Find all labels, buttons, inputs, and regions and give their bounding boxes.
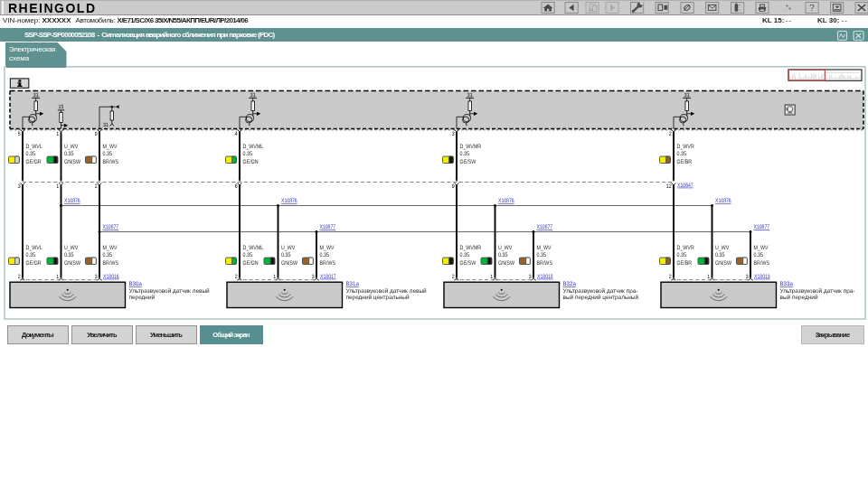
svg-text:0.35: 0.35 xyxy=(242,252,252,258)
svg-text:2: 2 xyxy=(669,274,672,280)
svg-text:0.35: 0.35 xyxy=(677,151,687,157)
svg-text:вый передний: вый передний xyxy=(779,295,817,301)
svg-text:0.35: 0.35 xyxy=(26,151,36,157)
svg-text:GE/GN: GE/GN xyxy=(242,260,258,267)
svg-text:0.35: 0.35 xyxy=(753,252,763,258)
svg-text:15: 15 xyxy=(59,104,64,110)
svg-text:X18016: X18016 xyxy=(103,274,119,280)
svg-text:0.35: 0.35 xyxy=(536,252,546,258)
svg-text:4: 4 xyxy=(235,131,238,137)
svg-text:1: 1 xyxy=(273,274,276,280)
svg-text:U_WV: U_WV xyxy=(64,245,79,251)
svg-text:1: 1 xyxy=(490,274,493,280)
svg-text:1: 1 xyxy=(56,274,59,280)
svg-text:3: 3 xyxy=(312,274,315,280)
svg-text:0.35: 0.35 xyxy=(103,151,113,157)
svg-text:0.35: 0.35 xyxy=(460,252,470,258)
svg-text:GE/GR: GE/GR xyxy=(26,260,42,267)
svg-text:1: 1 xyxy=(56,183,59,190)
svg-text:D_WVMR: D_WVMR xyxy=(460,144,482,150)
svg-text:GN/SW: GN/SW xyxy=(64,260,81,267)
svg-text:M_WV: M_WV xyxy=(103,144,118,150)
svg-text:0.35: 0.35 xyxy=(64,151,74,157)
svg-text:вый передний центральный: вый передний центральный xyxy=(563,295,639,301)
svg-text:GE/SW: GE/SW xyxy=(460,159,476,165)
svg-text:0.35: 0.35 xyxy=(677,252,687,258)
svg-text:X10877: X10877 xyxy=(319,224,335,230)
svg-text:D_WVR: D_WVR xyxy=(677,144,694,150)
svg-text:BR/WS: BR/WS xyxy=(320,260,336,267)
svg-text:X10877: X10877 xyxy=(103,224,119,230)
svg-text:X10876: X10876 xyxy=(715,198,731,204)
svg-text:0.35: 0.35 xyxy=(498,252,508,258)
svg-text:D_WVL: D_WVL xyxy=(26,144,43,150)
svg-text:M_WV: M_WV xyxy=(320,245,335,251)
svg-text:U_WV: U_WV xyxy=(281,245,296,251)
svg-text:B31a: B31a xyxy=(346,281,360,287)
svg-text:U_WV: U_WV xyxy=(715,245,730,251)
svg-text:X10877: X10877 xyxy=(753,224,769,230)
svg-text:GN/SW: GN/SW xyxy=(715,260,732,267)
svg-text:GN/SW: GN/SW xyxy=(498,260,515,267)
svg-text:GE/BR: GE/BR xyxy=(677,260,693,267)
svg-text:0.35: 0.35 xyxy=(320,252,330,258)
svg-text:Ультразвуковой датчик левый: Ультразвуковой датчик левый xyxy=(128,288,210,295)
svg-text:3: 3 xyxy=(746,274,749,280)
svg-text:2: 2 xyxy=(235,274,238,280)
svg-text:2: 2 xyxy=(18,274,21,280)
svg-text:6: 6 xyxy=(235,183,238,190)
svg-text:2: 2 xyxy=(95,183,98,190)
svg-text:1: 1 xyxy=(56,131,59,137)
svg-text:0.35: 0.35 xyxy=(64,252,74,258)
svg-text:0.35: 0.35 xyxy=(460,151,470,157)
svg-text:передний: передний xyxy=(128,295,155,301)
svg-text:1: 1 xyxy=(707,274,710,280)
svg-text:BR/WS: BR/WS xyxy=(103,159,119,165)
svg-text:3: 3 xyxy=(529,274,532,280)
svg-text:0.35: 0.35 xyxy=(242,151,252,157)
svg-text:M_WV: M_WV xyxy=(103,245,118,251)
svg-text:GE/GR: GE/GR xyxy=(26,159,42,165)
svg-text:GE/SW: GE/SW xyxy=(460,260,476,267)
svg-text:2: 2 xyxy=(452,274,455,280)
svg-text:BR/WS: BR/WS xyxy=(103,260,119,267)
svg-text:M_WV: M_WV xyxy=(536,245,552,251)
svg-text:X10647: X10647 xyxy=(677,183,693,189)
svg-text:31: 31 xyxy=(103,122,108,128)
svg-text:X18017: X18017 xyxy=(320,274,336,280)
svg-text:X18018: X18018 xyxy=(537,274,553,280)
svg-text:Ультразвуковой датчик пра-: Ультразвуковой датчик пра- xyxy=(563,288,638,295)
svg-text:Ультразвуковой датчик пра-: Ультразвуковой датчик пра- xyxy=(779,288,854,295)
svg-text:X18019: X18019 xyxy=(754,274,770,280)
svg-text:3: 3 xyxy=(18,183,21,190)
svg-text:9: 9 xyxy=(452,183,455,190)
svg-text:X10877: X10877 xyxy=(537,224,553,230)
svg-text:D_WVMR: D_WVMR xyxy=(460,245,482,251)
svg-text:3: 3 xyxy=(452,131,455,137)
svg-text:X10876: X10876 xyxy=(498,198,514,204)
svg-text:9: 9 xyxy=(95,131,98,137)
svg-text:B33a: B33a xyxy=(780,281,794,287)
svg-text:передний центральный: передний центральный xyxy=(346,295,410,301)
svg-text:GE/GN: GE/GN xyxy=(242,159,258,165)
svg-text:0.35: 0.35 xyxy=(281,252,291,258)
svg-text:B30a: B30a xyxy=(129,281,143,287)
svg-text:Ультразвуковой датчик левый: Ультразвуковой датчик левый xyxy=(346,288,428,295)
svg-text:12: 12 xyxy=(666,183,672,190)
svg-text:U_WV: U_WV xyxy=(64,144,79,150)
svg-text:GE/BR: GE/BR xyxy=(677,159,693,165)
svg-text:GN/SW: GN/SW xyxy=(64,159,81,165)
svg-text:BR/WS: BR/WS xyxy=(753,260,769,267)
svg-text:D_WVML: D_WVML xyxy=(242,144,263,150)
svg-text:0.35: 0.35 xyxy=(26,252,36,258)
svg-text:X10876: X10876 xyxy=(64,198,80,204)
svg-text:2: 2 xyxy=(669,131,672,137)
svg-text:B32a: B32a xyxy=(562,281,576,287)
svg-text:0.35: 0.35 xyxy=(715,252,725,258)
svg-text:GN/SW: GN/SW xyxy=(281,260,298,267)
svg-text:5: 5 xyxy=(18,131,21,137)
svg-text:D_WVL: D_WVL xyxy=(26,245,43,251)
svg-text:X10876: X10876 xyxy=(281,198,297,204)
svg-text:U_WV: U_WV xyxy=(498,245,513,251)
svg-text:3: 3 xyxy=(95,274,98,280)
